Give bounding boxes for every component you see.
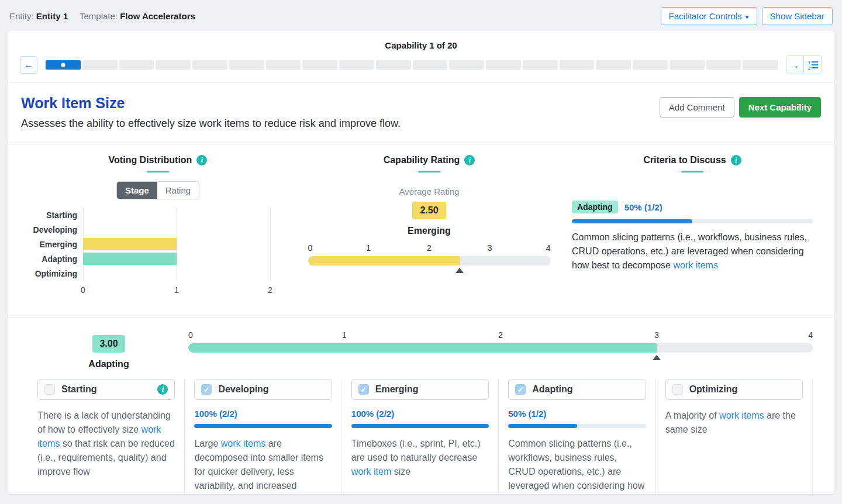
progress-segment-10[interactable] [376, 60, 411, 70]
stage-checkbox-starting[interactable] [44, 384, 55, 395]
template-value: Flow Accelerators [120, 11, 195, 21]
info-icon[interactable] [196, 155, 207, 165]
stage-card-starting: Starting There is a lack of understandin… [29, 379, 185, 494]
ordered-list-icon: 1 2 [808, 60, 818, 70]
toggle-rating[interactable]: Rating [157, 182, 199, 199]
scale-tick: 2 [498, 330, 503, 340]
work-items-link[interactable]: work items [673, 260, 717, 270]
chart-bar-adapting [83, 253, 177, 265]
main-panel: Capability 1 of 20 1 2 Work Item Si [8, 31, 834, 494]
progress-segment-7[interactable] [266, 60, 301, 70]
entity-label: Entity: [9, 11, 34, 21]
team-marker[interactable] [653, 355, 661, 360]
info-icon[interactable] [157, 384, 168, 395]
scale-tick: 3 [654, 330, 659, 340]
stage-vote-track [351, 424, 489, 428]
entity-value: Entity 1 [36, 11, 68, 21]
progress-segment-9[interactable] [339, 60, 374, 70]
stage-checkbox-emerging[interactable] [358, 384, 369, 395]
progress-segment-1[interactable] [46, 60, 81, 70]
stage-header-optimizing[interactable]: Optimizing [665, 379, 803, 400]
stage-checkbox-developing[interactable] [201, 384, 212, 395]
next-capability-button[interactable]: Next Capability [739, 97, 821, 118]
add-comment-button[interactable]: Add Comment [660, 97, 734, 118]
facilitator-controls-button[interactable]: Facilitator Controls [661, 7, 757, 25]
work-items-link[interactable]: work items [719, 410, 764, 420]
scale-tick: 4 [546, 243, 551, 253]
chart-x-tick: 0 [81, 285, 85, 295]
stage-vote-percentage: 50% (1/2) [508, 409, 646, 419]
progress-segment-14[interactable] [523, 60, 558, 70]
voting-distribution-chart: StartingDevelopingEmergingAdaptingOptimi… [29, 208, 287, 297]
next-capability-arrow-button[interactable] [786, 56, 804, 74]
title-underline [418, 171, 440, 172]
work-items-link[interactable]: work item [351, 467, 391, 477]
progress-segment-5[interactable] [192, 60, 227, 70]
work-items-link[interactable]: work items [221, 439, 265, 448]
stage-description: There is a lack of understanding of how … [37, 409, 175, 479]
team-track [188, 343, 813, 353]
criteria-progress-track [572, 219, 813, 223]
stage-header-emerging[interactable]: Emerging [351, 379, 489, 400]
chart-row-starting: Starting [29, 208, 287, 222]
arrow-right-icon [791, 60, 799, 70]
progress-segment-6[interactable] [229, 60, 264, 70]
stage-vote-fill [194, 424, 332, 428]
stage-checkbox-adapting[interactable] [515, 384, 526, 395]
progress-segment-4[interactable] [156, 60, 191, 70]
average-rating-label: Average Rating [308, 187, 551, 196]
stage-vote-fill [508, 424, 577, 428]
progress-segment-16[interactable] [596, 60, 631, 70]
team-rating-row: 3.00 Adapting 0 1 2 3 4 [8, 317, 834, 372]
scale-tick: 4 [808, 330, 813, 340]
stage-name: Adapting [532, 384, 639, 395]
average-rating-stage: Emerging [308, 226, 551, 236]
previous-capability-button[interactable] [20, 56, 37, 74]
stage-name: Optimizing [689, 384, 796, 395]
chart-row-developing: Developing [29, 222, 287, 237]
show-sidebar-button[interactable]: Show Sidebar [762, 7, 833, 25]
stage-description: Common slicing patterns (i.e., workflows… [508, 437, 646, 494]
progress-segment-20[interactable] [743, 60, 778, 70]
info-icon[interactable] [464, 155, 475, 165]
stage-card-emerging: Emerging 100% (2/2) Timeboxes (i.e., spr… [342, 379, 499, 494]
chart-x-tick: 1 [174, 285, 179, 295]
team-rating-badge: 3.00 [92, 335, 125, 353]
voting-distribution-panel: Voting Distribution Stage Rating Startin… [29, 155, 287, 297]
text-segment: size [391, 467, 410, 477]
svg-text:1: 1 [808, 61, 810, 65]
progress-segment-19[interactable] [706, 60, 741, 70]
stage-header-adapting[interactable]: Adapting [508, 379, 646, 400]
capability-progress-bar [46, 60, 778, 70]
chart-row-adapting: Adapting [29, 251, 287, 266]
rating-scale: 0 1 2 3 4 [308, 243, 551, 256]
progress-segment-13[interactable] [486, 60, 521, 70]
progress-segment-18[interactable] [670, 60, 705, 70]
stage-cards: Starting There is a lack of understandin… [8, 372, 834, 494]
stage-vote-percentage: 100% (2/2) [351, 409, 489, 419]
progress-segment-8[interactable] [302, 60, 337, 70]
criteria-vote-percentage: 50% (1/2) [624, 202, 662, 212]
stage-vote-track [508, 424, 646, 428]
capability-progress-title: Capability 1 of 20 [8, 31, 834, 50]
scale-tick: 0 [308, 243, 313, 253]
progress-segment-15[interactable] [560, 60, 595, 70]
chart-category-label: Developing [29, 225, 83, 234]
rating-marker[interactable] [455, 268, 464, 273]
stage-name: Emerging [375, 384, 482, 395]
progress-segment-11[interactable] [413, 60, 448, 70]
capability-progress-row: 1 2 [8, 50, 834, 82]
chart-category-label: Starting [29, 210, 83, 220]
chart-category-label: Optimizing [29, 269, 83, 278]
stage-header-developing[interactable]: Developing [194, 379, 332, 400]
progress-segment-12[interactable] [449, 60, 484, 70]
progress-segment-2[interactable] [82, 60, 118, 70]
progress-segment-17[interactable] [633, 60, 668, 70]
stage-checkbox-optimizing[interactable] [672, 384, 683, 395]
toggle-stage[interactable]: Stage [117, 182, 157, 199]
progress-segment-3[interactable] [119, 60, 154, 70]
stage-card-developing: Developing 100% (2/2) Large work items a… [185, 379, 341, 494]
capability-list-button[interactable]: 1 2 [804, 56, 822, 74]
info-icon[interactable] [731, 155, 741, 165]
stage-header-starting[interactable]: Starting [37, 379, 175, 400]
